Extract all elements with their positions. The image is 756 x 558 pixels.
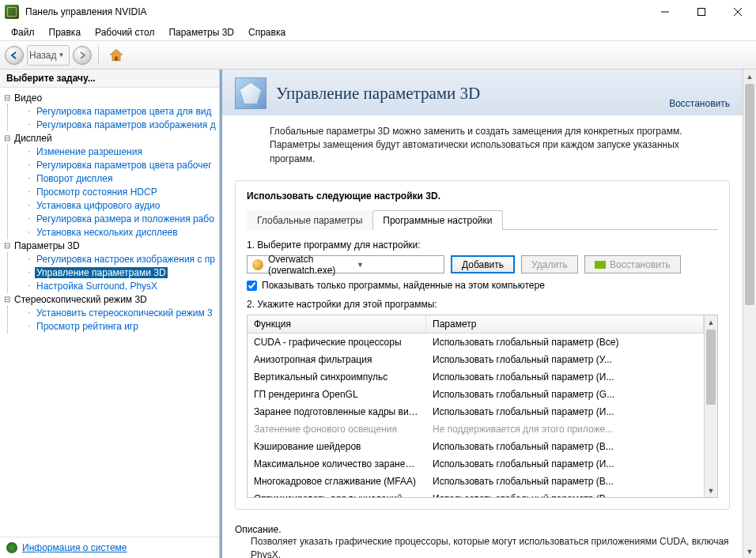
tree-item-label[interactable]: Регулировка параметров цвета рабочег [35, 160, 214, 171]
scroll-down-icon[interactable]: ▼ [705, 484, 717, 497]
table-row[interactable]: Оптимизировать для вычисленийИспользоват… [248, 490, 704, 497]
tab-program[interactable]: Программные настройки [372, 210, 502, 230]
tree-group[interactable]: ⊟Видео [2, 91, 217, 104]
show-only-found-checkbox[interactable]: Показывать только программы, найденные н… [247, 280, 718, 291]
col-header-parameter[interactable]: Параметр [426, 315, 704, 333]
table-row[interactable]: Затенение фонового освещенияНе поддержив… [248, 420, 704, 438]
collapse-icon[interactable]: ⊟ [2, 295, 13, 304]
tree-item[interactable]: ·Регулировка параметров цвета рабочег [21, 158, 217, 172]
scroll-up-icon[interactable]: ▲ [743, 70, 756, 83]
tree-item[interactable]: ·Установка цифрового аудио [21, 198, 217, 212]
tree-group[interactable]: ⊟Параметры 3D [2, 239, 217, 252]
description-block: Описание. Позволяет указать графические … [222, 518, 743, 558]
back-button[interactable] [5, 46, 24, 65]
system-info-bar: Информация о системе [0, 537, 219, 558]
tree-item[interactable]: ·Изменение разрешения [21, 145, 217, 158]
tree-item[interactable]: ·Регулировка параметров цвета для вид [21, 104, 217, 118]
tree-item-label[interactable]: Настройка Surround, PhysX [35, 281, 159, 292]
tree-group-label[interactable]: Стереоскопический режим 3D [13, 294, 149, 305]
cell-function: Максимальное количество заранее под... [248, 457, 426, 471]
scroll-down-icon[interactable]: ▼ [743, 545, 756, 558]
tree-item[interactable]: ·Просмотр рейтинга игр [21, 319, 217, 333]
scroll-up-icon[interactable]: ▲ [705, 315, 717, 329]
tree-bullet-icon: · [24, 254, 35, 263]
tabs: Глобальные параметры Программные настрой… [247, 209, 718, 230]
table-row[interactable]: Заранее подготовленные кадры вирту...Исп… [248, 403, 704, 420]
table-row[interactable]: Многокадровое сглаживание (MFAA)Использо… [248, 473, 704, 490]
menu-1[interactable]: Правка [43, 25, 88, 40]
tree-bullet-icon: · [24, 187, 35, 196]
tree-item[interactable]: ·Регулировка настроек изображения с пр [21, 252, 217, 266]
settings-section: Использовать следующие настройки 3D. Гло… [235, 180, 730, 510]
table-row[interactable]: Кэширование шейдеровИспользовать глобаль… [248, 438, 704, 455]
tree-item[interactable]: ·Регулировка размера и положения рабо [21, 212, 217, 225]
nvidia-app-icon [5, 5, 19, 19]
tree-item-label[interactable]: Просмотр состояния HDCP [35, 187, 159, 198]
tree-bullet-icon: · [24, 201, 35, 209]
tree-item[interactable]: ·Настройка Surround, PhysX [21, 279, 217, 292]
cell-function: Оптимизировать для вычислений [248, 492, 426, 497]
tree-item-label[interactable]: Установка цифрового аудио [35, 200, 161, 211]
table-row[interactable]: Анизотропная фильтрацияИспользовать глоб… [248, 351, 704, 368]
table-row[interactable]: CUDA - графические процессорыИспользоват… [248, 334, 704, 351]
minimize-button[interactable] [647, 0, 683, 24]
tree-item-label[interactable]: Установить стереоскопический режим 3 [35, 307, 214, 319]
tree-item-label[interactable]: Регулировка размера и положения рабо [35, 213, 216, 224]
tree-item-label[interactable]: Изменение разрешения [35, 146, 144, 157]
system-info-link[interactable]: Информация о системе [22, 542, 127, 553]
home-button[interactable] [105, 44, 127, 66]
program-select[interactable]: Overwatch (overwatch.exe) ▼ [247, 255, 444, 273]
col-header-function[interactable]: Функция [248, 315, 426, 333]
table-row[interactable]: Максимальное количество заранее под...Ис… [248, 455, 704, 473]
scroll-thumb[interactable] [706, 330, 716, 405]
collapse-icon[interactable]: ⊟ [2, 134, 13, 142]
add-button[interactable]: Добавить [451, 255, 515, 273]
tab-global[interactable]: Глобальные параметры [247, 210, 372, 230]
description-label: Описание. [235, 524, 730, 535]
svg-rect-4 [115, 56, 118, 60]
cell-function: Вертикальный синхроимпульс [248, 370, 426, 384]
tree-bullet-icon: · [24, 281, 35, 290]
menu-0[interactable]: Файл [5, 25, 41, 40]
restore-defaults-link[interactable]: Восстановить [669, 98, 730, 109]
back-dropdown[interactable]: Назад ▼ [27, 45, 70, 66]
page-header: Управление параметрами 3D Восстановить [222, 70, 743, 115]
table-row[interactable]: Вертикальный синхроимпульсИспользовать г… [248, 368, 704, 386]
tree-item[interactable]: ·Управление параметрами 3D [21, 266, 217, 279]
table-scrollbar[interactable]: ▲ ▼ [704, 315, 717, 497]
maximize-button[interactable] [683, 0, 720, 24]
menu-3[interactable]: Параметры 3D [162, 25, 240, 40]
cell-parameter: Не поддерживается для этого приложе... [426, 422, 704, 436]
tree-item-label[interactable]: Установка нескольких дисплеев [35, 227, 180, 238]
forward-button[interactable] [73, 46, 92, 65]
tree-item[interactable]: ·Установка нескольких дисплеев [21, 225, 217, 239]
menu-2[interactable]: Рабочий стол [89, 25, 161, 40]
cell-function: Кэширование шейдеров [248, 439, 426, 454]
tree-item[interactable]: ·Просмотр состояния HDCP [21, 185, 217, 198]
collapse-icon[interactable]: ⊟ [2, 241, 13, 250]
tree-group-label[interactable]: Видео [13, 92, 43, 104]
title-bar: Панель управления NVIDIA [0, 0, 756, 24]
table-row[interactable]: ГП рендеринга OpenGLИспользовать глобаль… [248, 386, 704, 403]
content-scrollbar[interactable]: ▲ ▼ [743, 70, 756, 558]
tree-group[interactable]: ⊟Стереоскопический режим 3D [2, 292, 217, 306]
tree-item-label[interactable]: Регулировка параметров цвета для вид [35, 106, 213, 117]
tree-item[interactable]: ·Поворот дисплея [21, 172, 217, 185]
tree-item-label[interactable]: Регулировка настроек изображения с пр [35, 254, 217, 265]
scroll-thumb[interactable] [745, 84, 754, 305]
tree-item-label[interactable]: Регулировка параметров изображения д [35, 119, 217, 130]
tree-group-label[interactable]: Дисплей [13, 133, 54, 144]
tree-item[interactable]: ·Установить стереоскопический режим 3 [21, 306, 217, 319]
tree-bullet-icon: · [24, 107, 35, 115]
collapse-icon[interactable]: ⊟ [2, 93, 13, 102]
description-text: Позволяет указать графические процессоры… [251, 535, 730, 558]
tree-item-label[interactable]: Поворот дисплея [35, 173, 115, 184]
tree-group-label[interactable]: Параметры 3D [13, 240, 81, 251]
tree-group[interactable]: ⊟Дисплей [2, 131, 217, 145]
tree-item[interactable]: ·Регулировка параметров изображения д [21, 118, 217, 131]
tree-item-label[interactable]: Управление параметрами 3D [35, 267, 168, 278]
close-button[interactable] [720, 0, 756, 24]
menu-4[interactable]: Справка [242, 25, 292, 40]
tree-item-label[interactable]: Просмотр рейтинга игр [35, 321, 140, 332]
checkbox-input[interactable] [247, 281, 257, 291]
